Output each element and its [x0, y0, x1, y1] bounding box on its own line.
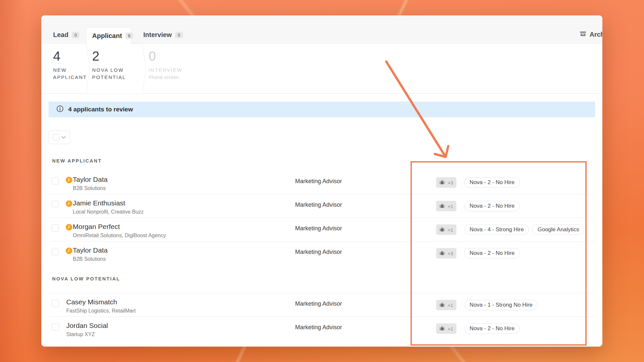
stage-interview[interactable]: 0 INTERVIEW Phone screen — [149, 49, 198, 81]
candidate-companies: B2B Solutions — [73, 256, 108, 262]
pipeline-header: Lead 0 Applicant 6 Interview 0 Archi 4 N… — [41, 15, 602, 94]
stage-sublabel: Phone screen — [149, 74, 198, 81]
section-header-new-applicant: NEW APPLICANT — [52, 158, 602, 163]
candidate-companies: FastShip Logistics, RetailMart — [66, 308, 136, 314]
briefcase-icon — [439, 303, 447, 308]
tag-pill[interactable]: Nova - 2 - No Hire — [464, 177, 520, 188]
pending-clock-icon — [66, 177, 72, 183]
candidate-name[interactable]: Jamie Enthusiast — [73, 199, 144, 207]
candidate-row-taylor-data-1[interactable]: Taylor Data B2B Solutions Marketing Advi… — [49, 171, 595, 194]
candidate-name[interactable]: Taylor Data — [73, 246, 108, 254]
jobs-count-badge[interactable]: +3 — [436, 177, 456, 188]
candidate-row-taylor-data-2[interactable]: Taylor Data B2B Solutions Marketing Advi… — [49, 241, 595, 265]
row-checkbox[interactable] — [52, 177, 59, 184]
briefcase-icon — [439, 251, 447, 256]
archive-button[interactable]: Archi — [580, 30, 602, 39]
candidate-companies: OmniRetail Solutions, DigiBoost Agency — [73, 233, 166, 238]
tag-pill[interactable]: Nova - 4 - Strong Hire — [464, 224, 529, 235]
candidate-companies: Local Nonprofit, Creative Buzz — [73, 209, 144, 215]
row-checkbox[interactable] — [52, 224, 59, 232]
tab-interview-label: Interview — [143, 31, 172, 39]
candidate-row-casey-mismatch[interactable]: Casey Mismatch FastShip Logistics, Retai… — [49, 293, 595, 317]
briefcase-icon — [439, 204, 447, 209]
candidate-name[interactable]: Casey Mismatch — [66, 298, 136, 306]
tab-lead-count: 0 — [72, 32, 80, 38]
stage-card-wrap: 2 NOVA LOW POTENTIAL — [86, 44, 146, 94]
review-banner: 4 applicants to review — [49, 102, 595, 117]
tab-interview[interactable]: Interview 0 — [143, 31, 183, 39]
briefcase-icon — [439, 227, 447, 232]
candidate-name[interactable]: Jordan Social — [66, 322, 108, 330]
job-title: Marketing Advisor — [295, 249, 342, 256]
candidate-name[interactable]: Taylor Data — [73, 176, 108, 183]
job-title: Marketing Advisor — [295, 324, 342, 331]
jobs-count: +3 — [448, 251, 453, 256]
section-header-nova-low-potential: NOVA LOW POTENTIAL — [52, 276, 602, 281]
pending-clock-icon — [66, 247, 72, 254]
jobs-count-badge[interactable]: +1 — [436, 201, 456, 211]
candidate-row-jordan-social[interactable]: Jordan Social Startup XYZ Marketing Advi… — [49, 317, 595, 340]
stage-count: 0 — [149, 49, 198, 63]
candidate-name[interactable]: Morgan Perfect — [73, 223, 166, 231]
briefcase-icon — [439, 326, 447, 331]
candidate-list-2: Casey Mismatch FastShip Logistics, Retai… — [41, 293, 602, 340]
tag-pill[interactable]: Nova - 1 - Strong No Hire — [464, 300, 538, 310]
info-circle-icon — [56, 105, 64, 114]
candidate-row-morgan-perfect[interactable]: Morgan Perfect OmniRetail Solutions, Dig… — [49, 218, 595, 241]
tab-interview-count: 0 — [175, 32, 183, 38]
select-all-dropdown[interactable] — [49, 130, 70, 144]
candidate-row-jamie-enthusiast[interactable]: Jamie Enthusiast Local Nonprofit, Creati… — [49, 194, 595, 218]
jobs-count-badge[interactable]: +3 — [436, 248, 456, 258]
tag-pill[interactable]: Nova - 2 - No Hire — [464, 323, 520, 334]
jobs-count: +3 — [448, 180, 453, 185]
job-title: Marketing Advisor — [295, 225, 342, 232]
jobs-count: +1 — [448, 227, 453, 233]
stage-count: 2 — [92, 49, 146, 63]
row-checkbox[interactable] — [52, 248, 59, 255]
tag-pill[interactable]: Nova - 2 - No Hire — [464, 248, 520, 258]
row-checkbox[interactable] — [52, 201, 59, 208]
tab-applicant-count: 6 — [125, 32, 133, 39]
jobs-count-badge[interactable]: +1 — [436, 323, 456, 334]
jobs-count-badge[interactable]: +1 — [436, 300, 456, 310]
list-toolbar — [49, 130, 602, 144]
job-title: Marketing Advisor — [295, 300, 342, 307]
row-checkbox[interactable] — [52, 300, 59, 307]
stage-label: INTERVIEW — [149, 67, 198, 74]
tag-pill[interactable]: Google Analytics — [532, 224, 584, 235]
stage-label: NOVA LOW POTENTIAL — [92, 67, 138, 81]
row-checkbox[interactable] — [52, 323, 59, 331]
archive-label: Archi — [590, 31, 602, 38]
ats-window: Lead 0 Applicant 6 Interview 0 Archi 4 N… — [41, 15, 602, 347]
jobs-count-badge[interactable]: +1 — [436, 224, 456, 235]
tab-lead-label: Lead — [53, 31, 69, 39]
jobs-count: +1 — [448, 302, 453, 308]
briefcase-icon — [439, 180, 447, 185]
pending-clock-icon — [66, 200, 72, 207]
tab-lead[interactable]: Lead 0 — [53, 31, 79, 39]
candidate-companies: Startup XYZ — [66, 332, 108, 337]
archive-box-icon — [580, 30, 586, 39]
job-title: Marketing Advisor — [295, 201, 342, 208]
jobs-count: +1 — [448, 326, 453, 332]
jobs-count: +1 — [448, 203, 453, 209]
candidate-list: Taylor Data B2B Solutions Marketing Advi… — [41, 171, 602, 265]
candidate-companies: B2B Solutions — [73, 185, 108, 191]
review-banner-text: 4 applicants to review — [68, 106, 133, 113]
pending-clock-icon — [66, 224, 72, 231]
tab-applicant-label: Applicant — [92, 32, 122, 40]
select-all-checkbox[interactable] — [53, 134, 59, 141]
tag-pill[interactable]: Nova - 2 - No Hire — [464, 201, 520, 211]
chevron-down-icon — [61, 134, 66, 140]
job-title: Marketing Advisor — [295, 178, 342, 185]
stage-nova-low-potential[interactable]: 2 NOVA LOW POTENTIAL — [86, 44, 146, 94]
tab-applicant[interactable]: Applicant 6 — [86, 27, 131, 44]
